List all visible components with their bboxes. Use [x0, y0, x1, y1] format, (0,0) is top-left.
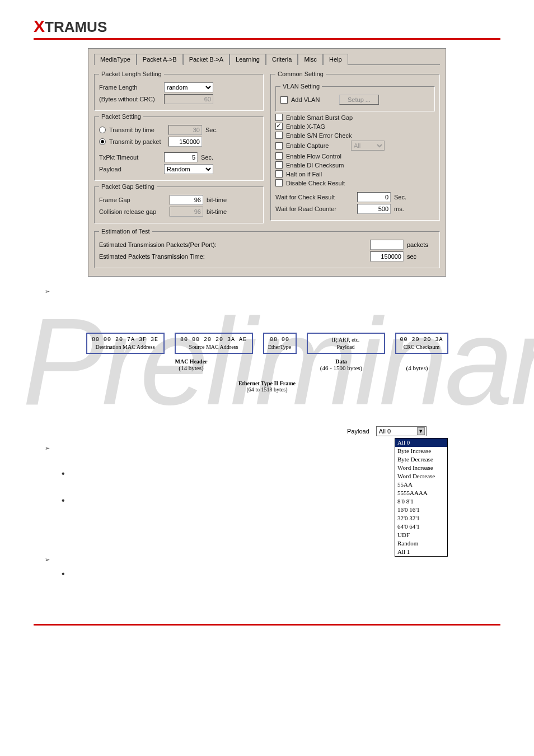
label-flow-control: Enable Flow Control [286, 153, 341, 160]
group-packet-gap: Packet Gap Setting Frame Gap bit-time Co… [94, 183, 264, 223]
unit-sec-3: Sec. [394, 194, 406, 200]
legend-packet-setting: Packet Setting [99, 113, 143, 120]
select-payload[interactable]: Random [164, 164, 213, 174]
label-bytes-no-crc: (Bytes without CRC) [99, 96, 161, 102]
list-item[interactable]: Byte Increase [395, 447, 447, 455]
checkbox-smart-burst [275, 114, 283, 121]
ethernet-frame-diagram: 80 00 20 7A 3F 3E Destination MAC Addres… [65, 333, 469, 393]
arrow-bullet-3 [45, 556, 467, 563]
tab-mediatype[interactable]: MediaType [94, 54, 137, 65]
legend-packet-gap: Packet Gap Setting [99, 183, 157, 190]
checkbox-sn-error[interactable] [275, 132, 283, 139]
header-bar: XTRAMUS [34, 17, 500, 40]
bullet-area-1 [45, 288, 467, 305]
list-item[interactable]: All 0 [395, 438, 447, 447]
unit-sec-2: Sec. [201, 154, 213, 161]
list-item[interactable]: 16'0 16'1 [395, 506, 447, 514]
label-smart-burst: Enable Smart Burst Gap [286, 114, 353, 121]
radio-transmit-by-packet[interactable] [99, 138, 106, 145]
input-bytes-no-crc [164, 94, 213, 104]
label-txpkt-timeout: TxPkt Timeout [99, 154, 161, 161]
checkbox-di-checksum[interactable] [275, 161, 283, 169]
label-wait-check: Wait for Check Result [275, 194, 354, 200]
frame-crc: 00 20 20 3A CRC Checksum [395, 333, 448, 354]
frame-src-mac: 80 00 20 20 3A AE Source MAC Address [175, 333, 253, 354]
tab-misc[interactable]: Misc [298, 54, 323, 65]
input-wait-read[interactable] [357, 204, 391, 214]
label-capture: Enable Capture [286, 142, 348, 149]
arrow-bullet-1 [45, 288, 467, 295]
label-wait-read: Wait for Read Counter [275, 206, 354, 212]
list-item[interactable]: 5555AAAA [395, 489, 447, 497]
group-packet-setting: Packet Setting Transmit by time Sec. Tra… [94, 113, 264, 181]
input-est-packets [370, 240, 404, 250]
frame-total-label: Ethernet Type II Frame (64 to 1518 bytes… [65, 380, 469, 393]
tab-criteria[interactable]: Criteria [266, 54, 298, 65]
label-transmit-by-packet: Transmit by packet [109, 138, 165, 145]
input-by-packet[interactable] [168, 137, 202, 147]
label-di-checksum: Enable DI Checksum [286, 162, 344, 169]
input-est-time [370, 251, 404, 262]
unit-bittime-2: bit-time [207, 208, 227, 215]
select-frame-length[interactable]: random [164, 82, 213, 92]
input-by-time [168, 125, 202, 135]
radio-transmit-by-time[interactable] [99, 127, 106, 133]
payload-dropdown-figure: Payload All 0 ▼ All 0 Byte Increase Byte… [347, 426, 459, 557]
input-txpkt-timeout[interactable] [164, 152, 198, 162]
checkbox-halt-on-fail[interactable] [275, 170, 283, 178]
unit-sec-1: Sec. [205, 127, 218, 133]
checkbox-flow-control[interactable] [275, 152, 283, 160]
list-item[interactable]: 32'0 32'1 [395, 514, 447, 522]
list-item[interactable]: Random [395, 539, 447, 548]
list-item[interactable]: Byte Decrease [395, 455, 447, 464]
listbox-payload-options[interactable]: All 0 Byte Increase Byte Decrease Word I… [395, 438, 448, 557]
settings-dialog: MediaType Packet A->B Packet B->A Learni… [88, 48, 446, 277]
group-packet-length: Packet Length Setting Frame Length rando… [94, 71, 264, 111]
label-halt-on-fail: Halt on if Fail [286, 171, 322, 178]
group-vlan: VLAN Setting Add VLAN Setup ... [275, 83, 435, 111]
frame-crc-bytes-label: (4 bytes) [391, 355, 444, 371]
list-item[interactable]: Word Increase [395, 464, 447, 472]
tab-packet-ba[interactable]: Packet B->A [183, 54, 229, 65]
frame-ethertype: 08 00 EtherType [263, 333, 297, 354]
label-frame-length: Frame Length [99, 84, 161, 91]
label-collision-gap: Collision release gap [99, 208, 166, 215]
legend-packet-length: Packet Length Setting [99, 71, 164, 77]
unit-sec-4: sec [407, 253, 435, 260]
checkbox-add-vlan[interactable] [280, 96, 288, 104]
unit-ms: ms. [394, 206, 404, 212]
legend-vlan: VLAN Setting [280, 83, 322, 90]
tab-strip: MediaType Packet A->B Packet B->A Learni… [94, 53, 440, 65]
label-transmit-by-time: Transmit by time [109, 127, 165, 133]
input-frame-gap[interactable] [170, 195, 203, 205]
footer-bar [34, 624, 500, 626]
brand-logo: XTRAMUS [34, 18, 107, 35]
checkbox-xtag[interactable] [275, 123, 283, 130]
legend-estimation: Estimation of Test [99, 228, 152, 235]
list-item[interactable]: UDF [395, 531, 447, 539]
group-estimation: Estimation of Test Estimated Transmissio… [94, 228, 440, 268]
list-item[interactable]: 55AA [395, 480, 447, 489]
frame-mac-header-label: MAC Header (14 bytes) [91, 355, 292, 371]
dot-bullet-3 [62, 569, 467, 579]
label-payload: Payload [99, 166, 161, 172]
list-item[interactable]: Word Decrease [395, 472, 447, 480]
combo-payload[interactable]: All 0 ▼ [376, 426, 427, 436]
list-item[interactable]: 64'0 64'1 [395, 522, 447, 531]
checkbox-capture[interactable] [275, 142, 283, 150]
label-payload-fig: Payload [347, 428, 369, 435]
list-item[interactable]: All 1 [395, 548, 447, 556]
frame-payload: IP, ARP, etc. Payload [307, 333, 385, 354]
input-wait-check[interactable] [357, 192, 391, 202]
chevron-down-icon[interactable]: ▼ [417, 427, 425, 435]
tab-help[interactable]: Help [323, 54, 348, 65]
list-item[interactable]: 8'0 8'1 [395, 497, 447, 506]
input-collision-gap [170, 207, 203, 217]
unit-packets: packets [407, 241, 435, 248]
tab-packet-ab[interactable]: Packet A->B [137, 54, 183, 65]
group-common-setting: Common Setting VLAN Setting Add VLAN Set… [270, 71, 440, 221]
tab-learning[interactable]: Learning [229, 54, 266, 65]
button-vlan-setup: Setup ... [339, 95, 379, 105]
label-xtag: Enable X-TAG [286, 123, 325, 130]
unit-bittime-1: bit-time [207, 197, 227, 203]
